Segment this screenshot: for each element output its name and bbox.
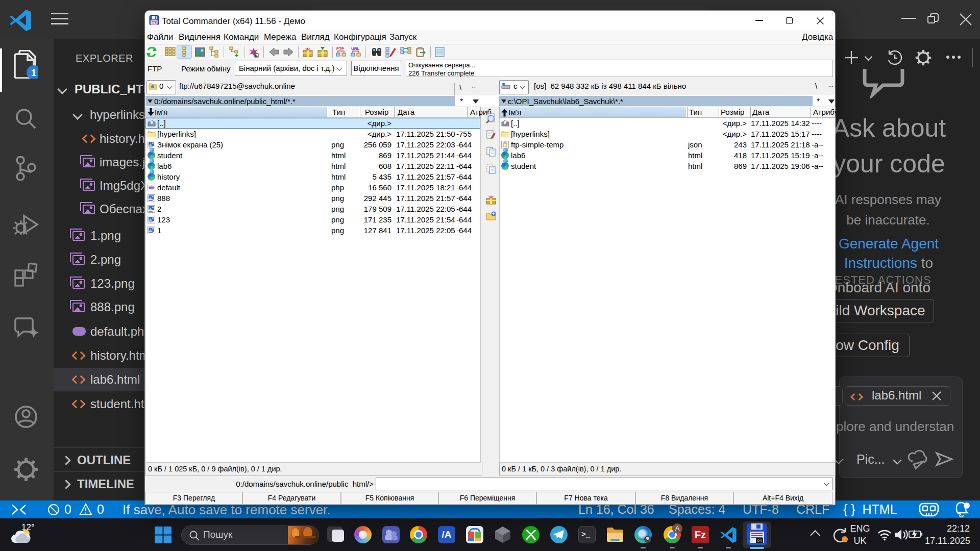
svg-text:php: php: [149, 186, 154, 189]
svg-text:URL: URL: [351, 46, 360, 51]
svg-text:64: 64: [155, 21, 158, 24]
svg-text:1: 1: [31, 67, 37, 78]
svg-text:FTP: FTP: [336, 46, 345, 51]
